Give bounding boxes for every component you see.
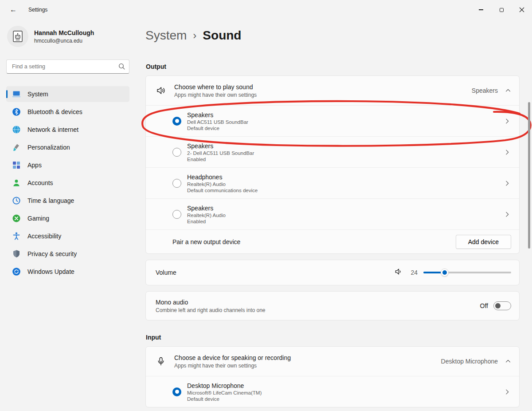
speaker-icon	[156, 85, 166, 96]
personalization-icon	[12, 143, 21, 152]
device-name: Speakers	[187, 111, 248, 119]
windows-update-icon	[12, 267, 21, 276]
minimize-icon	[479, 9, 483, 10]
add-device-button[interactable]: Add device	[456, 235, 511, 249]
input-device-group: Choose a device for speaking or recordin…	[145, 346, 520, 407]
device-status: Default communications device	[187, 188, 258, 193]
input-header-title: Choose a device for speaking or recordin…	[174, 354, 291, 361]
sidebar-nav: System Bluetooth & devices Network & int…	[6, 86, 129, 280]
user-name: Hannah McCullough	[34, 29, 94, 36]
vertical-scrollbar[interactable]	[528, 102, 530, 249]
user-profile[interactable]: Hannah McCullough hmccullo@unca.edu	[7, 26, 129, 47]
accessibility-icon	[12, 232, 21, 241]
chevron-right-icon[interactable]	[504, 118, 510, 124]
radio-unselected[interactable]	[172, 148, 181, 157]
breadcrumb-system[interactable]: System	[145, 28, 187, 43]
sidebar-item-label: Accounts	[27, 179, 53, 186]
device-status: Enabled	[187, 219, 226, 224]
radio-unselected[interactable]	[172, 179, 181, 188]
window-controls	[471, 0, 532, 20]
titlebar: ← Settings	[0, 0, 532, 20]
toggle-knob	[495, 303, 501, 308]
mono-audio-subtitle: Combine left and right audio channels in…	[156, 307, 266, 313]
microphone-icon	[156, 356, 166, 367]
sidebar-item-privacy-security[interactable]: Privacy & security	[6, 246, 129, 262]
bluetooth-icon	[12, 107, 21, 116]
page-title: Sound	[203, 28, 241, 43]
output-device-row-speakers-dell[interactable]: Speakers Dell AC511 USB SoundBar Default…	[146, 105, 519, 136]
close-button[interactable]	[512, 0, 532, 20]
search-icon[interactable]	[118, 63, 125, 72]
close-icon	[519, 7, 524, 12]
sidebar-item-time-language[interactable]: Time & language	[6, 193, 129, 209]
sidebar-item-personalization[interactable]: Personalization	[6, 139, 129, 155]
output-device-row-headphones[interactable]: Headphones Realtek(R) Audio Default comm…	[146, 167, 519, 198]
output-section-label: Output	[146, 63, 520, 70]
chevron-up-icon[interactable]	[505, 358, 511, 364]
sidebar-item-accounts[interactable]: Accounts	[6, 175, 129, 191]
device-name: Headphones	[187, 174, 258, 181]
sidebar-item-label: System	[27, 91, 48, 98]
device-name: Desktop Microphone	[187, 382, 262, 389]
sidebar-item-gaming[interactable]: Gaming	[6, 210, 129, 226]
sidebar-item-label: Apps	[27, 162, 42, 169]
chevron-right-icon[interactable]	[504, 149, 510, 155]
network-icon	[12, 125, 21, 134]
minimize-button[interactable]	[471, 0, 491, 20]
maximize-icon	[500, 8, 504, 12]
volume-slider[interactable]	[423, 272, 511, 273]
input-selected-value: Desktop Microphone	[441, 358, 498, 365]
volume-label: Volume	[156, 269, 176, 276]
device-name: Speakers	[187, 205, 226, 212]
input-header-row[interactable]: Choose a device for speaking or recordin…	[146, 347, 519, 376]
sidebar: Hannah McCullough hmccullo@unca.edu Syst…	[0, 20, 136, 411]
mono-audio-card: Mono audio Combine left and right audio …	[145, 291, 520, 320]
radio-unselected[interactable]	[172, 210, 181, 219]
sidebar-item-accessibility[interactable]: Accessibility	[6, 228, 129, 244]
output-device-row-speakers-dell-2[interactable]: Speakers 2- Dell AC511 USB SoundBar Enab…	[146, 136, 519, 167]
breadcrumb: System › Sound	[145, 28, 520, 43]
device-name: Speakers	[187, 142, 254, 150]
output-device-row-speakers-realtek[interactable]: Speakers Realtek(R) Audio Enabled	[146, 198, 519, 229]
chevron-up-icon[interactable]	[505, 87, 511, 94]
device-detail: 2- Dell AC511 USB SoundBar	[187, 150, 254, 156]
chevron-right-icon[interactable]	[504, 389, 510, 395]
back-arrow-icon: ←	[10, 6, 17, 14]
volume-speaker-icon[interactable]	[394, 267, 403, 278]
privacy-security-icon	[12, 249, 21, 258]
chevron-right-icon[interactable]	[504, 211, 510, 217]
breadcrumb-separator: ›	[193, 29, 196, 42]
sidebar-item-network-internet[interactable]: Network & internet	[6, 122, 129, 138]
input-section-label: Input	[146, 334, 520, 341]
device-status: Enabled	[187, 157, 254, 162]
sidebar-item-label: Personalization	[27, 144, 70, 151]
device-detail: Realtek(R) Audio	[187, 213, 226, 218]
sidebar-item-windows-update[interactable]: Windows Update	[6, 264, 129, 280]
sidebar-item-label: Accessibility	[27, 233, 61, 240]
pair-new-device-row: Pair a new output device Add device	[146, 229, 519, 253]
sidebar-item-apps[interactable]: Apps	[6, 157, 129, 173]
input-device-row-desktop-microphone[interactable]: Desktop Microphone Microsoft® LifeCam Ci…	[146, 376, 519, 407]
back-button[interactable]: ←	[6, 3, 20, 17]
main-content: System › Sound Output Choose where to pl…	[136, 20, 532, 411]
user-email: hmccullo@unca.edu	[34, 38, 94, 44]
output-header-row[interactable]: Choose where to play sound Apps might ha…	[146, 76, 519, 105]
sidebar-item-bluetooth-devices[interactable]: Bluetooth & devices	[6, 104, 129, 120]
search-input[interactable]	[6, 59, 129, 74]
output-device-group: Choose where to play sound Apps might ha…	[145, 75, 520, 254]
chevron-right-icon[interactable]	[504, 180, 510, 186]
mono-toggle-state: Off	[480, 302, 488, 309]
device-detail: Realtek(R) Audio	[187, 182, 258, 187]
output-header-title: Choose where to play sound	[174, 83, 257, 91]
volume-slider-thumb[interactable]	[441, 269, 449, 277]
accounts-icon	[12, 178, 21, 187]
sidebar-item-system[interactable]: System	[6, 86, 129, 102]
gaming-icon	[12, 214, 21, 223]
radio-selected[interactable]	[172, 117, 181, 126]
sidebar-item-label: Privacy & security	[27, 250, 77, 257]
sidebar-item-label: Bluetooth & devices	[27, 108, 82, 115]
avatar	[7, 26, 28, 47]
radio-selected[interactable]	[172, 387, 181, 396]
maximize-button[interactable]	[491, 0, 512, 20]
mono-audio-toggle[interactable]	[493, 301, 511, 310]
